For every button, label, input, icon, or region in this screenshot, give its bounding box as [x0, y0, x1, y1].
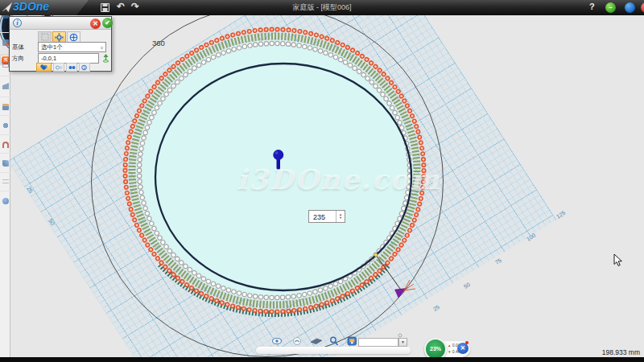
svg-text:25: 25 [432, 304, 440, 312]
mouse-cursor [614, 254, 621, 265]
view-dropdown-arrow[interactable]: ▼ [398, 338, 407, 347]
count-value[interactable]: 235 [313, 213, 325, 221]
svg-text:1: 1 [83, 65, 85, 70]
pattern-dialog: i ✕ ✔ 基体 选中1个 » 方向 -0,0,1 1 [9, 16, 112, 72]
direction-label: 方向 [12, 55, 24, 63]
count-input[interactable]: 235 ▲▼ [308, 210, 345, 223]
base-input[interactable]: 选中1个 » [38, 42, 106, 52]
coordinate-readout: 198.933 mm [555, 348, 640, 356]
dimension-label: 360 [152, 39, 165, 47]
option-button-1[interactable] [53, 63, 64, 72]
svg-text:75: 75 [494, 257, 502, 265]
cancel-button[interactable]: ✕ [90, 19, 101, 29]
help-button[interactable]: ? [589, 2, 595, 11]
notification-dot [465, 341, 469, 344]
svg-text:50: 50 [47, 218, 56, 226]
snap-ball-icon[interactable] [294, 338, 301, 345]
plane-view-icon[interactable] [311, 339, 322, 344]
count-spinner[interactable]: ▲▼ [336, 211, 345, 222]
direction-pick-icon[interactable] [102, 54, 109, 63]
origin-marker [398, 334, 402, 337]
preview-button[interactable] [36, 63, 52, 72]
pattern-circular-toggle[interactable] [52, 31, 66, 43]
minimize-button[interactable]: – [605, 2, 616, 13]
option-button-3[interactable]: 1 [79, 63, 90, 72]
view-dropdown[interactable] [358, 338, 398, 347]
view-slider-bar[interactable] [256, 347, 411, 354]
svg-text:100: 100 [526, 232, 537, 242]
svg-text:125: 125 [555, 210, 567, 220]
taskbar-strip [0, 357, 644, 362]
info-icon: i [13, 19, 22, 27]
visibility-eye-icon[interactable] [273, 339, 282, 344]
view-toolbar[interactable] [273, 337, 357, 345]
render-mode-icon[interactable] [348, 337, 357, 345]
option-button-2[interactable] [66, 63, 77, 72]
svg-text:50: 50 [463, 282, 471, 290]
svg-text:25: 25 [26, 186, 34, 194]
confirm-button[interactable]: ✔ [102, 18, 113, 28]
dialog-header: i ✕ ✔ [10, 17, 111, 30]
titlebar: 3DOne ↶ ↷ 家庭版 - [模型006] ? – [0, 0, 644, 15]
window-title: 家庭版 - [模型006] [0, 2, 644, 13]
expand-chevron-icon[interactable]: » [98, 47, 107, 50]
anchor-point[interactable] [374, 253, 378, 257]
pattern-linear-toggle[interactable] [38, 31, 52, 43]
maximize-button[interactable] [625, 2, 635, 13]
pattern-wheel-toggle[interactable] [67, 31, 80, 43]
watermark: i3DOne.com [237, 163, 440, 195]
accelerator-ball[interactable]: ✕ [457, 343, 469, 354]
base-label: 基体 [12, 43, 24, 51]
